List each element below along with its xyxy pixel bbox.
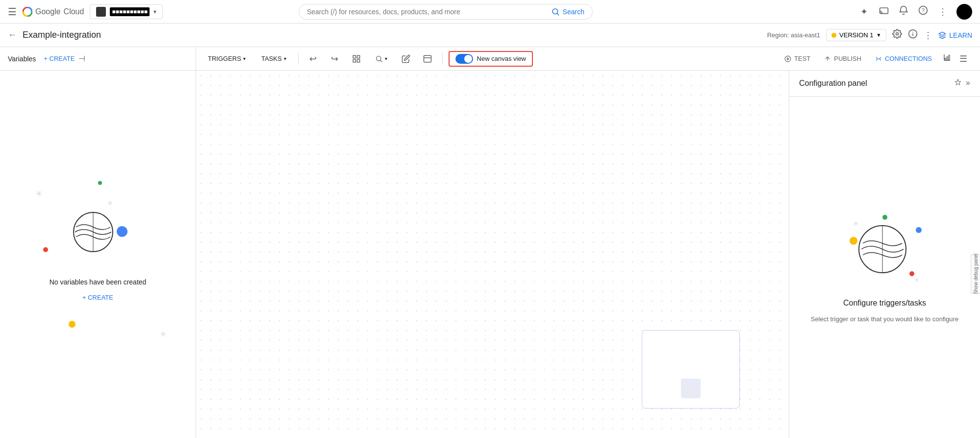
config-close-icon[interactable]: »	[966, 78, 970, 88]
svg-rect-10	[357, 55, 359, 58]
project-selector[interactable]: ■■■■■■■■■■ ▾	[90, 4, 162, 19]
hamburger-icon[interactable]: ☰	[8, 6, 17, 18]
version-label: VERSION 1	[839, 31, 873, 39]
canvas-area[interactable]	[196, 71, 789, 438]
illus-dot-blue	[117, 226, 127, 237]
config-title: Configuration panel	[799, 79, 867, 88]
region-info: Region: asia-east1	[767, 31, 820, 39]
gemini-icon[interactable]: ✦	[858, 6, 870, 17]
more-icon[interactable]: ⋮	[924, 30, 932, 41]
config-header-actions: »	[954, 78, 970, 88]
config-empty-title: Configure triggers/tasks	[843, 299, 926, 308]
collapse-panel-button[interactable]: ⊣	[78, 54, 85, 63]
second-nav-right: Region: asia-east1 VERSION 1 ▼ ⋮ LEARN	[767, 29, 972, 41]
svg-rect-15	[424, 55, 431, 62]
menu-icon-button[interactable]: ☰	[956, 51, 970, 67]
search-label: Search	[563, 8, 584, 16]
search-icon	[551, 7, 560, 16]
node-inner	[681, 379, 701, 398]
search-input[interactable]	[307, 8, 547, 16]
more-vert-icon[interactable]: ⋮	[937, 6, 949, 17]
help-icon[interactable]: ?	[917, 5, 929, 18]
google-logo-svg	[23, 7, 32, 17]
connections-button[interactable]: CONNECTIONS	[869, 52, 938, 65]
svg-rect-11	[353, 59, 355, 62]
tasks-button[interactable]: TASKS ▾	[255, 52, 292, 65]
deco-snowflake-3: ✳	[160, 330, 166, 339]
deco-snowflake-2: ✳	[107, 199, 113, 207]
dot-yellow	[69, 321, 75, 328]
chart-button[interactable]	[940, 50, 955, 67]
project-chevron-icon: ▾	[153, 8, 156, 15]
globe-svg	[71, 210, 115, 254]
edit-button[interactable]	[397, 50, 415, 68]
grid-button[interactable]	[348, 50, 365, 68]
svg-text:?: ?	[922, 7, 925, 13]
variables-create-button[interactable]: + CREATE	[44, 55, 75, 62]
canvas-node[interactable]	[642, 330, 740, 409]
config-panel-header: Configuration panel »	[789, 71, 980, 97]
top-nav: ☰ Google Cloud ■■■■■■■■■■ ▾ Search ✦	[0, 0, 980, 24]
toolbar-separator-1	[298, 53, 299, 65]
nav-right: ✦ ? ⋮	[858, 4, 972, 20]
variables-title: Variables	[8, 55, 36, 63]
empty-illustration	[69, 207, 127, 266]
learn-label: LEARN	[949, 31, 972, 39]
search-button[interactable]: Search	[551, 7, 584, 16]
test-button[interactable]: TEST	[779, 52, 816, 65]
svg-rect-3	[880, 8, 888, 14]
learn-button[interactable]: LEARN	[938, 31, 972, 39]
new-canvas-label: New canvas view	[477, 55, 526, 62]
user-avatar[interactable]	[956, 4, 972, 20]
notifications-icon[interactable]	[898, 5, 909, 18]
new-canvas-toggle[interactable]	[455, 54, 473, 64]
redo-button[interactable]: ↪	[326, 50, 344, 68]
dot-red	[43, 247, 48, 252]
config-deco-2: ✳	[914, 277, 919, 283]
debug-panel-label: Show debug panel	[973, 254, 979, 294]
back-button[interactable]: ←	[8, 30, 17, 40]
canvas-toolbar: TRIGGERS ▾ TASKS ▾ ↩ ↪ ▾ New canvas view	[196, 47, 980, 70]
svg-rect-23	[949, 55, 950, 61]
settings-icon[interactable]	[892, 29, 902, 41]
tasks-chevron-icon: ▾	[284, 56, 286, 61]
cloud-text: Cloud	[64, 7, 84, 16]
variables-empty-create-button[interactable]: + CREATE	[82, 294, 113, 301]
empty-state: No variables have been created + CREATE	[50, 207, 147, 301]
cast-icon[interactable]	[878, 5, 890, 18]
no-variables-text: No variables have been created	[50, 278, 147, 286]
layout-button[interactable]	[419, 50, 436, 68]
google-text: Google	[35, 7, 61, 16]
show-debug-panel-tab[interactable]: Show debug panel	[971, 255, 980, 294]
variables-panel-header: Variables + CREATE ⊣	[0, 47, 196, 70]
config-pin-icon[interactable]	[954, 78, 962, 88]
config-dot-green	[882, 215, 887, 220]
project-icon	[96, 7, 106, 17]
project-name: ■■■■■■■■■■	[110, 7, 149, 16]
config-illustration: ✳ ✳	[846, 212, 924, 291]
triggers-button[interactable]: TRIGGERS ▾	[202, 52, 251, 65]
toolbar: Variables + CREATE ⊣ TRIGGERS ▾ TASKS ▾ …	[0, 47, 980, 71]
triggers-chevron-icon: ▾	[243, 56, 246, 61]
info-icon[interactable]	[908, 29, 918, 41]
config-panel: Configuration panel » ✳ ✳	[789, 71, 980, 438]
config-globe-svg	[855, 222, 909, 276]
undo-button[interactable]: ↩	[304, 50, 322, 68]
version-selector[interactable]: VERSION 1 ▼	[826, 29, 886, 41]
svg-rect-9	[353, 55, 355, 58]
config-dot-red	[909, 271, 914, 276]
zoom-chevron-icon: ▾	[385, 56, 387, 61]
deco-snowflake-1: ✳	[35, 188, 43, 199]
toolbar-right: TEST PUBLISH CONNECTIONS ☰	[775, 50, 974, 67]
config-content: ✳ ✳ Configure triggers/tasks Select trig…	[789, 97, 980, 438]
zoom-button[interactable]: ▾	[369, 52, 393, 66]
svg-rect-12	[357, 59, 359, 62]
version-chevron-icon: ▼	[876, 32, 881, 38]
variables-panel: ✳ ✳ ✳ No variables have been created + C…	[0, 71, 196, 438]
svg-line-14	[380, 60, 382, 62]
svg-rect-22	[947, 57, 948, 61]
search-bar: Search	[299, 4, 593, 20]
svg-marker-17	[787, 57, 789, 60]
publish-button[interactable]: PUBLISH	[818, 52, 867, 65]
integration-title: Example-integration	[23, 30, 101, 40]
